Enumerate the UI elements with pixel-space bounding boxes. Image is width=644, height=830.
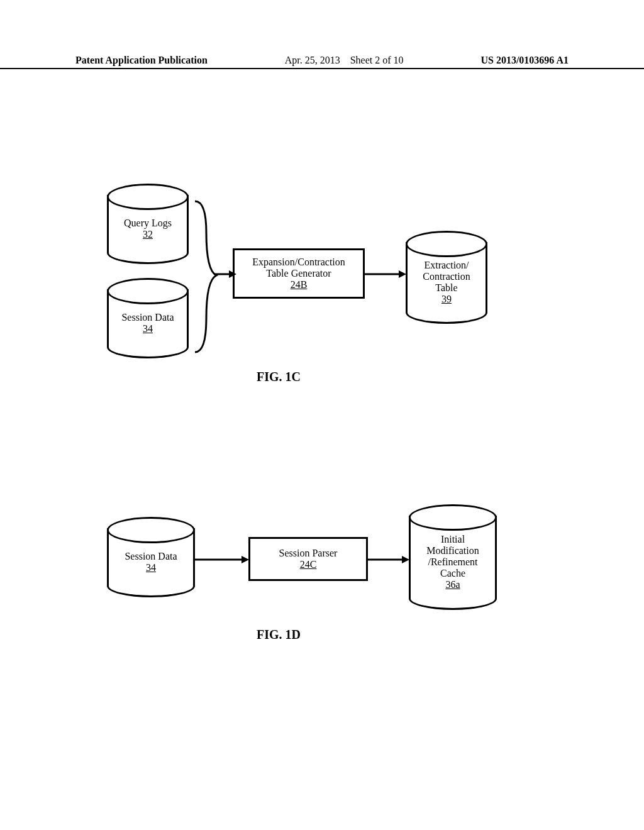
cache-line3: /Refinement [426,556,479,568]
arrow-icon [365,269,409,282]
table-generator-ref: 24B [291,279,308,290]
ext-table-line3: Table [423,282,470,294]
cache-line2: Modification [426,545,479,556]
cylinder-query-logs: Query Logs 32 [107,195,189,264]
arrow-icon [368,555,412,567]
ext-table-line2: Contraction [423,271,470,282]
cylinder-extraction-table: Extraction/ Contraction Table 39 [406,242,487,324]
svg-marker-7 [402,556,409,563]
svg-marker-1 [229,270,236,278]
header-left: Patent Application Publication [75,55,208,66]
arrow-icon [214,269,239,282]
table-generator-line1: Expansion/Contraction [252,257,345,268]
session-data-1d-ref: 34 [125,562,177,573]
cache-line4: Cache [426,568,479,579]
cache-line1: Initial [426,534,479,545]
header-pubno: US 2013/0103696 A1 [480,55,569,66]
figure-1c: Query Logs 32 Session Data 34 Expansion/… [0,182,644,384]
session-data-1d-label: Session Data [125,551,177,562]
page-header: Patent Application Publication Apr. 25, … [0,53,644,69]
process-session-parser: Session Parser 24C [248,537,368,581]
svg-marker-3 [399,270,406,278]
cache-ref: 36a [426,579,479,590]
session-data-ref: 34 [121,323,174,335]
figure-1d: Session Data 34 Session Parser 24C Initi… [0,516,644,679]
header-date-text: Apr. 25, 2013 [285,55,340,65]
arrow-icon [195,555,252,567]
table-generator-line2: Table Generator [266,268,331,279]
query-logs-ref: 32 [124,229,172,240]
cylinder-cache: Initial Modification /Refinement Cache 3… [409,516,497,610]
header-date: Apr. 25, 2013 Sheet 2 of 10 [285,55,404,66]
figure-1d-caption: FIG. 1D [257,628,301,642]
session-parser-label: Session Parser [279,548,338,559]
svg-marker-5 [242,556,249,563]
header-sheet: Sheet 2 of 10 [350,55,404,65]
figure-1c-caption: FIG. 1C [257,370,301,384]
session-parser-ref: 24C [300,559,317,570]
session-data-label: Session Data [121,312,174,323]
cylinder-session-data-1d: Session Data 34 [107,528,195,597]
process-table-generator: Expansion/Contraction Table Generator 24… [233,248,365,299]
ext-table-ref: 39 [423,294,470,305]
cylinder-session-data: Session Data 34 [107,289,189,358]
query-logs-label: Query Logs [124,218,172,229]
ext-table-line1: Extraction/ [423,260,470,271]
